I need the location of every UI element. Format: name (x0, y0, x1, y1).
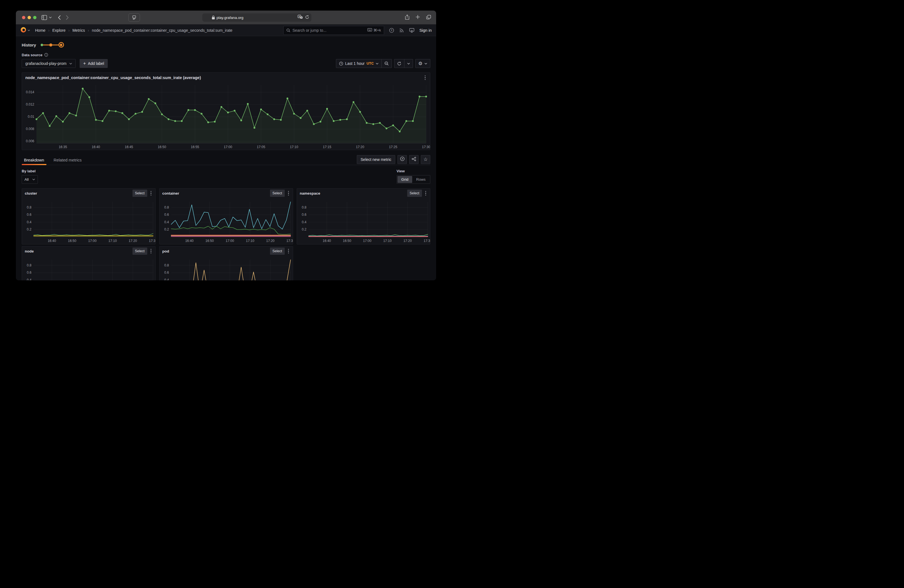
select-label-button[interactable]: Select (133, 248, 147, 255)
forward-icon[interactable] (63, 14, 71, 21)
by-label-label: By label (22, 169, 38, 174)
svg-text:16:50: 16:50 (205, 239, 214, 243)
breadcrumb-metric-name: node_namespace_pod_container:container_c… (92, 28, 232, 33)
back-icon[interactable] (55, 14, 63, 21)
select-label-button[interactable]: Select (270, 248, 285, 255)
timezone-label: UTC (367, 62, 374, 65)
history-step-icon[interactable] (49, 43, 52, 46)
view-option-grid[interactable]: Grid (397, 176, 412, 183)
svg-text:0.8: 0.8 (27, 205, 32, 209)
zoom-out-icon (384, 61, 389, 66)
history-current-step-icon[interactable] (58, 42, 64, 47)
explain-button[interactable] (397, 155, 407, 164)
tab-related-metrics[interactable]: Related metrics (52, 155, 84, 165)
label-panel-title: node (25, 249, 34, 253)
select-label-button[interactable]: Select (407, 190, 422, 197)
svg-text:17:00: 17:00 (226, 239, 234, 243)
panel-menu-icon[interactable] (287, 248, 290, 255)
zoom-out-button[interactable] (382, 59, 392, 68)
help-icon[interactable]: ? (389, 28, 394, 33)
label-panel-chart[interactable]: 0.20.40.60.816:4016:5017:0017:1017:2017:… (297, 198, 430, 244)
svg-text:?: ? (391, 28, 392, 32)
browser-window: play.grafana.org A x (16, 11, 436, 280)
svg-text:17:10: 17:10 (383, 239, 392, 243)
search-shortcut: ⌘+k (367, 28, 381, 32)
share-icon[interactable] (405, 14, 409, 21)
breadcrumb-home[interactable]: Home (35, 28, 45, 33)
history-timeline[interactable] (41, 42, 64, 47)
svg-text:16:40: 16:40 (47, 239, 56, 243)
main-metric-chart[interactable]: 0.0060.0080.010.0120.01416:3516:4016:451… (22, 83, 430, 150)
star-icon: ☆ (424, 157, 428, 162)
svg-text:16:55: 16:55 (191, 145, 199, 149)
svg-text:17:30: 17:30 (286, 239, 293, 243)
add-label-button[interactable]: + Add label (80, 59, 108, 68)
svg-text:16:45: 16:45 (125, 145, 133, 149)
panel-container: container Select 0.20.40.60.816:4016:501… (159, 188, 293, 245)
close-window-button[interactable] (22, 16, 25, 19)
info-icon[interactable] (44, 53, 48, 57)
url-text: play.grafana.org (217, 16, 243, 20)
bookmark-button[interactable]: ☆ (421, 155, 430, 164)
history-step-icon[interactable] (41, 44, 43, 46)
translate-icon[interactable]: A x (297, 15, 303, 21)
sidebar-chevron-icon[interactable] (46, 14, 54, 21)
panel-menu-icon[interactable] (287, 190, 290, 197)
reload-icon[interactable] (305, 15, 309, 21)
label-panel-chart[interactable]: 0.20.40.60.816:4016:5017:0017:1017:2017:… (22, 198, 155, 244)
svg-text:17:20: 17:20 (403, 239, 412, 243)
label-panel-chart[interactable]: 0.20.40.60.816:4016:5017:0017:1017:2017:… (160, 256, 293, 280)
refresh-interval-dropdown[interactable] (405, 59, 413, 68)
zoom-window-button[interactable] (33, 16, 36, 19)
svg-text:17:10: 17:10 (290, 145, 298, 149)
settings-button[interactable]: ⚙ (416, 59, 430, 68)
minimize-window-button[interactable] (28, 16, 31, 19)
breakdown-controls: By label All View Grid Rows (22, 169, 430, 184)
grafana-logo[interactable] (20, 27, 27, 34)
view-option-rows[interactable]: Rows (412, 176, 430, 183)
screen-icon[interactable] (409, 28, 414, 33)
news-icon[interactable] (399, 28, 404, 33)
svg-text:16:35: 16:35 (59, 145, 67, 149)
tab-overview-icon[interactable] (426, 15, 431, 21)
svg-text:16:50: 16:50 (68, 239, 76, 243)
svg-text:17:15: 17:15 (323, 145, 331, 149)
select-label-button[interactable]: Select (133, 190, 147, 197)
svg-text:0.6: 0.6 (27, 213, 32, 217)
label-panel-title: container (162, 191, 179, 196)
view-toggle: Grid Rows (397, 175, 430, 184)
panel-namespace: namespace Select 0.20.40.60.816:4016:501… (297, 188, 430, 245)
share-button[interactable] (409, 155, 419, 164)
address-bar[interactable]: play.grafana.org A x (202, 13, 311, 22)
sign-in-link[interactable]: Sign in (419, 28, 432, 33)
breadcrumb-explore[interactable]: Explore (52, 28, 65, 33)
label-panel-title: pod (162, 249, 169, 253)
new-tab-icon[interactable] (416, 15, 420, 21)
svg-text:0.4: 0.4 (164, 278, 169, 280)
search-input[interactable]: Search or jump to... ⌘+k (283, 26, 384, 35)
select-label-button[interactable]: Select (270, 190, 285, 197)
svg-text:16:40: 16:40 (322, 239, 331, 243)
datasource-picker[interactable]: grafanacloud-play-prom (22, 59, 76, 68)
time-range-picker[interactable]: Last 1 hour UTC (336, 59, 381, 68)
datasource-label: Data source (22, 53, 42, 57)
panel-menu-icon[interactable] (424, 74, 427, 81)
refresh-button[interactable] (394, 59, 404, 68)
panel-menu-icon[interactable] (149, 248, 153, 255)
select-new-metric-button[interactable]: Select new metric (357, 155, 395, 164)
panel-menu-icon[interactable] (149, 190, 153, 197)
panel-menu-icon[interactable] (424, 190, 428, 197)
svg-text:0.8: 0.8 (302, 205, 307, 209)
label-panel-title: namespace (300, 191, 320, 196)
svg-text:0.012: 0.012 (26, 103, 34, 106)
svg-text:0.6: 0.6 (27, 270, 32, 275)
page-settings-icon[interactable] (128, 13, 140, 22)
svg-text:0.8: 0.8 (164, 205, 169, 209)
tab-breakdown[interactable]: Breakdown (22, 155, 46, 165)
org-switcher-chevron-icon[interactable] (28, 30, 30, 31)
label-panel-chart[interactable]: 0.20.40.60.816:4016:5017:0017:1017:2017:… (160, 198, 293, 244)
svg-text:0.6: 0.6 (164, 270, 169, 275)
by-label-select[interactable]: All (22, 175, 38, 184)
label-panel-chart[interactable]: 0.20.40.60.816:4016:5017:0017:1017:2017:… (22, 256, 155, 280)
breadcrumb-metrics[interactable]: Metrics (73, 28, 85, 33)
